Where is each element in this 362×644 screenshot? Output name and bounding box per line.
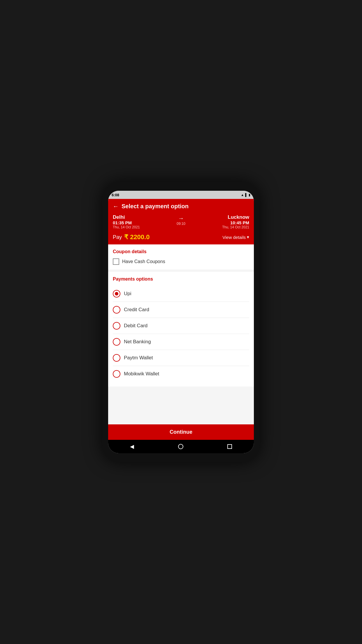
payment-option-debit-card[interactable]: Debit Card	[113, 318, 249, 334]
status-icons: ▲ ▌ ▮	[241, 193, 250, 197]
wifi-icon: ▲	[241, 193, 244, 197]
journey-duration: 09:10	[177, 222, 185, 226]
phone-frame: 6:08 ▲ ▌ ▮ ← Select a payment option Del…	[102, 182, 260, 462]
coupon-section-title: Coupon details	[113, 249, 249, 254]
destination-city: Lucknow	[222, 214, 249, 220]
radio-paytm-wallet	[113, 354, 120, 362]
status-bar: 6:08 ▲ ▌ ▮	[108, 191, 254, 199]
continue-button[interactable]: Continue	[108, 424, 254, 440]
chevron-down-icon: ▾	[247, 235, 249, 240]
payments-section: Payments options Upi Credit Card Debit	[108, 272, 254, 386]
back-button[interactable]: ←	[113, 203, 119, 210]
pay-row: Pay ₹ 2200.0 View details ▾	[113, 233, 249, 241]
content-area: Coupon details Have Cash Coupons Payment…	[108, 244, 254, 424]
pay-label: Pay	[113, 234, 122, 240]
battery-icon: ▮	[249, 193, 250, 197]
direction-arrow-icon: →	[178, 215, 184, 222]
radio-mobikwik-wallet	[113, 370, 120, 378]
status-time: 6:08	[112, 193, 119, 197]
payment-option-paytm-wallet[interactable]: Paytm Wallet	[113, 350, 249, 366]
radio-upi-inner	[115, 292, 118, 295]
recents-nav-button[interactable]	[227, 444, 232, 449]
coupon-section: Coupon details Have Cash Coupons	[108, 244, 254, 270]
payment-label-net-banking: Net Banking	[124, 339, 151, 345]
nav-bar: ◀	[108, 440, 254, 453]
payment-option-upi[interactable]: Upi	[113, 286, 249, 302]
payment-label-upi: Upi	[124, 291, 131, 297]
coupon-row[interactable]: Have Cash Coupons	[113, 258, 249, 265]
header-title-row: ← Select a payment option	[113, 203, 249, 210]
payment-label-debit-card: Debit Card	[124, 323, 147, 329]
destination-info: Lucknow 10:45 PM Thu, 14 Oct 2021	[222, 214, 249, 229]
radio-net-banking	[113, 338, 120, 346]
signal-icon: ▌	[245, 193, 247, 197]
origin-date: Thu, 14 Oct 2021	[113, 225, 140, 229]
payment-option-credit-card[interactable]: Credit Card	[113, 302, 249, 318]
payment-label-mobikwik-wallet: Mobikwik Wallet	[124, 371, 159, 377]
journey-middle: → 09:10	[177, 214, 185, 226]
radio-credit-card	[113, 306, 120, 314]
pay-amount: ₹ 2200.0	[124, 233, 150, 241]
payment-label-credit-card: Credit Card	[124, 307, 149, 313]
back-nav-button[interactable]: ◀	[130, 443, 134, 450]
payments-section-title: Payments options	[113, 276, 249, 282]
payment-label-paytm-wallet: Paytm Wallet	[124, 355, 153, 361]
phone-screen: 6:08 ▲ ▌ ▮ ← Select a payment option Del…	[108, 191, 254, 453]
app-header: ← Select a payment option Delhi 01:35 PM…	[108, 199, 254, 244]
view-details-label: View details	[222, 235, 246, 240]
destination-date: Thu, 14 Oct 2021	[222, 225, 249, 229]
coupon-label: Have Cash Coupons	[122, 259, 165, 264]
pay-amount-group: Pay ₹ 2200.0	[113, 233, 150, 241]
page-title: Select a payment option	[122, 203, 189, 210]
radio-debit-card	[113, 322, 120, 330]
origin-info: Delhi 01:35 PM Thu, 14 Oct 2021	[113, 214, 140, 229]
coupon-checkbox[interactable]	[113, 258, 119, 265]
radio-upi	[113, 290, 120, 298]
payment-option-mobikwik-wallet[interactable]: Mobikwik Wallet	[113, 366, 249, 382]
destination-time: 10:45 PM	[222, 220, 249, 225]
payment-option-net-banking[interactable]: Net Banking	[113, 334, 249, 350]
origin-city: Delhi	[113, 214, 140, 220]
view-details-button[interactable]: View details ▾	[222, 235, 249, 240]
home-nav-button[interactable]	[178, 444, 183, 449]
journey-row: Delhi 01:35 PM Thu, 14 Oct 2021 → 09:10 …	[113, 214, 249, 229]
origin-time: 01:35 PM	[113, 220, 140, 225]
